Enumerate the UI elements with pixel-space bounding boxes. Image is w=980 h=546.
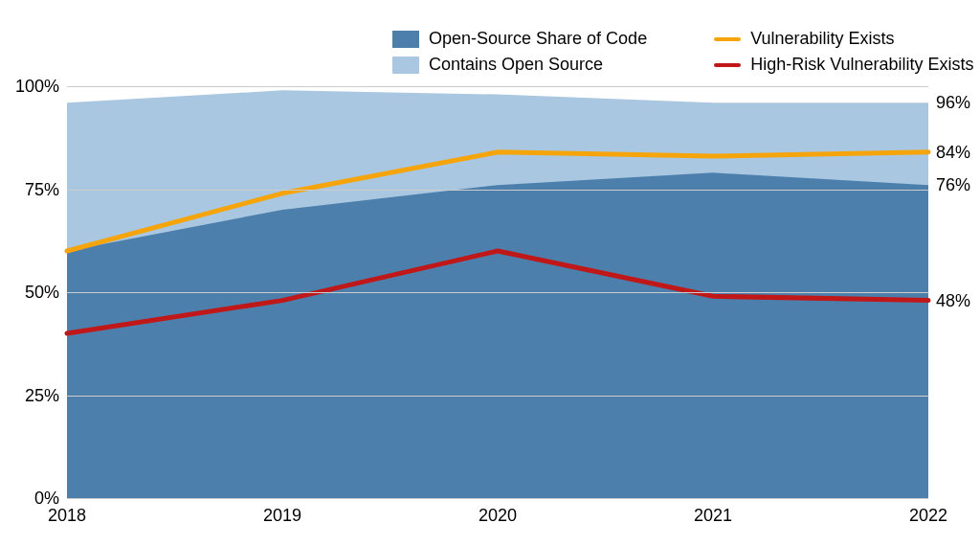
y-gridline bbox=[67, 190, 928, 191]
legend-label: Vulnerability Exists bbox=[750, 29, 894, 49]
legend-item-vuln: Vulnerability Exists bbox=[714, 29, 973, 49]
end-value-label: 76% bbox=[936, 175, 970, 195]
legend-swatch-area-icon bbox=[392, 31, 419, 48]
y-axis-tick-label: 75% bbox=[25, 179, 59, 199]
end-value-label: 48% bbox=[936, 290, 970, 310]
x-axis-tick-label: 2018 bbox=[48, 506, 86, 526]
x-axis-tick-label: 2022 bbox=[909, 506, 947, 526]
legend-swatch-area-icon bbox=[392, 57, 419, 74]
legend-col-1: Open-Source Share of Code Contains Open … bbox=[392, 29, 647, 75]
y-gridline bbox=[67, 86, 928, 87]
end-value-label: 84% bbox=[936, 142, 970, 162]
y-axis-tick-label: 25% bbox=[25, 385, 59, 405]
end-value-label: 96% bbox=[936, 93, 970, 113]
plot-area: 0%25%50%75%100%2018201920202021202296%84… bbox=[67, 86, 928, 498]
legend-col-2: Vulnerability Exists High-Risk Vulnerabi… bbox=[714, 29, 973, 75]
legend-item-high-risk: High-Risk Vulnerability Exists bbox=[714, 55, 973, 75]
legend-swatch-line-icon bbox=[714, 63, 741, 67]
legend-label: High-Risk Vulnerability Exists bbox=[750, 55, 973, 75]
legend: Open-Source Share of Code Contains Open … bbox=[392, 29, 974, 75]
chart-container: Open-Source Share of Code Contains Open … bbox=[0, 0, 980, 546]
y-gridline bbox=[67, 498, 928, 499]
legend-item-contains-oss: Contains Open Source bbox=[392, 55, 647, 75]
y-axis-tick-label: 50% bbox=[25, 283, 59, 303]
legend-item-oss-share: Open-Source Share of Code bbox=[392, 29, 647, 49]
x-axis-tick-label: 2020 bbox=[479, 506, 517, 526]
legend-label: Contains Open Source bbox=[429, 55, 603, 75]
legend-label: Open-Source Share of Code bbox=[429, 29, 647, 49]
y-gridline bbox=[67, 396, 928, 397]
x-axis-tick-label: 2019 bbox=[263, 506, 301, 526]
x-axis-tick-label: 2021 bbox=[694, 506, 732, 526]
y-gridline bbox=[67, 292, 928, 293]
legend-swatch-line-icon bbox=[714, 37, 741, 41]
y-axis-tick-label: 100% bbox=[15, 77, 59, 97]
